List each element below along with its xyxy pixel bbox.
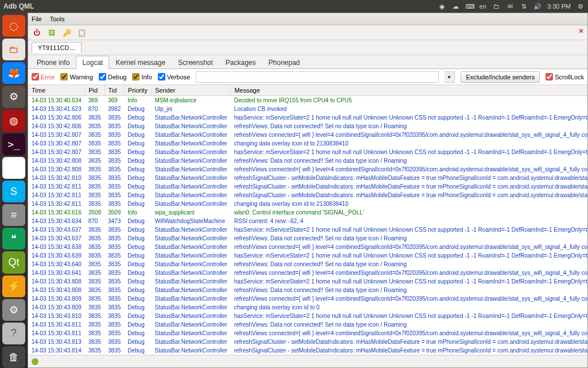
tab-kernel[interactable]: Kernel message (109, 56, 172, 69)
volume-tray-icon[interactable]: 🔊 (533, 3, 541, 10)
system-topbar: Adb QML ◉ ☁ ⌨ en 🗀 ✉ ⇅ 🔊 3:30 PM ⚙ (0, 0, 588, 13)
table-row[interactable]: 14-03 15:30:43.64038353835DebugStatusBar… (28, 260, 587, 269)
chrome-icon[interactable]: ◕ (2, 157, 25, 179)
table-row[interactable]: 14-03 15:30:41.6238703982DebugUlp_jniLoc… (28, 105, 587, 113)
settings-icon[interactable]: ⚙ (2, 86, 25, 108)
table-row[interactable]: 14-03 15:30:43.80938353835DebugStatusBar… (28, 294, 587, 303)
table-row[interactable]: 14-03 15:30:43.61635093509Infowpa_suppli… (28, 208, 587, 217)
system-tray: ◉ ☁ ⌨ en 🗀 ✉ ⇅ 🔊 3:30 PM ⚙ (438, 3, 585, 10)
tb-image-icon[interactable]: 🖼 (47, 28, 57, 38)
table-row[interactable]: 14-03 15:30:43.63838353835DebugStatusBar… (28, 243, 587, 251)
close-icon[interactable]: ✕ (578, 27, 584, 35)
table-row[interactable]: 14-03 15:30:42.80738353835DebugStatusBar… (28, 131, 587, 139)
filter-bar: Error Warning Debug Info Verbose ▾ Exclu… (28, 69, 587, 85)
chk-debug[interactable]: Debug (99, 73, 126, 80)
keyboard-tray-icon[interactable]: ⌨ (466, 3, 474, 10)
gear-tray-icon[interactable]: ⚙ (577, 3, 585, 10)
tb-copy-icon[interactable]: 📋 (76, 28, 87, 38)
tab-phonepad[interactable]: Phonepad (262, 56, 307, 69)
table-row[interactable]: 14-03 15:30:42.80738353835DebugStatusBar… (28, 148, 587, 156)
chk-error[interactable]: Error (32, 73, 55, 80)
folder-tray-icon[interactable]: 🗀 (492, 3, 500, 10)
col-message[interactable]: Message (231, 85, 587, 96)
tab-logcat[interactable]: Logcat (76, 56, 109, 69)
device-tab[interactable]: YT9111CD… (32, 42, 82, 53)
table-row[interactable]: 14-03 15:30:42.80738353835DebugStatusBar… (28, 139, 587, 148)
chk-info[interactable]: Info (132, 73, 152, 80)
table-row[interactable]: 14-03 15:30:43.81138353835DebugStatusBar… (28, 320, 587, 329)
col-sender[interactable]: Sender (151, 85, 230, 96)
app-grey-icon[interactable]: ⚙ (2, 299, 25, 321)
table-row[interactable]: 14-03 15:30:43.63738353835DebugStatusBar… (28, 225, 587, 234)
help-icon[interactable]: ? (2, 323, 25, 344)
files-icon[interactable]: 🗀 (2, 39, 25, 60)
table-row[interactable]: 14-03 15:30:43.80838353835DebugStatusBar… (28, 277, 587, 286)
table-row[interactable]: 14-03 15:30:43.81338353835DebugStatusBar… (28, 338, 587, 346)
mail-tray-icon[interactable]: ✉ (506, 3, 514, 10)
tab-packages[interactable]: Packages (219, 56, 262, 69)
chk-verbose[interactable]: Verbose (158, 73, 190, 80)
table-row[interactable]: 14-03 15:30:40.634369369InfoMSM-irqbalan… (28, 96, 587, 105)
chrome-tray-icon[interactable]: ◉ (438, 3, 446, 10)
unity-launcher: ◌ 🗀 🦊 ⚙ ◍ >_ ◕ S ≡ ❝ Qt ⚡ ⚙ ? 🗑 (0, 13, 28, 368)
table-row[interactable]: 14-03 15:30:43.64138353835DebugStatusBar… (28, 269, 587, 277)
skype-icon[interactable]: S (2, 181, 25, 202)
table-row[interactable]: 14-03 15:30:42.80638353835DebugStatusBar… (28, 122, 587, 131)
database-icon[interactable]: ≡ (2, 204, 25, 226)
status-dot-icon (32, 358, 38, 365)
trash-icon[interactable]: 🗑 (2, 346, 25, 368)
tb-stop-icon[interactable]: ⏻ (32, 28, 42, 38)
menu-file[interactable]: File (32, 16, 42, 22)
tb-key-icon[interactable]: 🔑 (61, 28, 72, 38)
clock[interactable]: 3:30 PM (547, 3, 571, 10)
network-tray-icon[interactable]: ⇅ (520, 3, 528, 10)
statusbar (28, 355, 587, 367)
window-title: Adb QML (3, 2, 34, 10)
qtcreator-icon[interactable]: Qt (2, 251, 25, 273)
app-red-icon[interactable]: ◍ (2, 110, 25, 132)
col-pid[interactable]: Pid (85, 85, 105, 96)
table-row[interactable]: 14-03 15:30:43.6348703473DebugWifiWatchd… (28, 217, 587, 225)
table-row[interactable]: 14-03 15:30:42.81138353835DebugStatusBar… (28, 200, 587, 208)
filter-input[interactable] (196, 71, 439, 83)
table-row[interactable]: 14-03 15:30:43.81438353835DebugStatusBar… (28, 346, 587, 355)
log-table: Time Pid Tid Priority Sender Message 14-… (28, 85, 587, 355)
table-row[interactable]: 14-03 15:30:43.63738353835DebugStatusBar… (28, 234, 587, 243)
menubar: File Tools (28, 13, 587, 25)
table-row[interactable]: 14-03 15:30:43.80838353835DebugStatusBar… (28, 286, 587, 294)
tab-phone-info[interactable]: Phone info (30, 56, 76, 69)
col-tid[interactable]: Tid (105, 85, 124, 96)
hangouts-icon[interactable]: ❝ (2, 228, 25, 250)
table-row[interactable]: 14-03 15:30:42.81038353835DebugStatusBar… (28, 174, 587, 182)
table-row[interactable]: 14-03 15:30:43.63938353835DebugStatusBar… (28, 251, 587, 260)
filter-dropdown[interactable]: ▾ (444, 71, 455, 83)
col-time[interactable]: Time (28, 85, 85, 96)
app-orange-icon[interactable]: ⚡ (2, 275, 25, 297)
toolbar: ⏻ 🖼 🔑 📋 ✕ (28, 25, 587, 40)
terminal-icon[interactable]: >_ (2, 133, 25, 155)
device-tabbar: YT9111CD… (28, 40, 587, 55)
table-row[interactable]: 14-03 15:30:42.81138353835DebugStatusBar… (28, 182, 587, 191)
log-table-wrap[interactable]: Time Pid Tid Priority Sender Message 14-… (28, 85, 587, 355)
lang-indicator[interactable]: en (479, 3, 486, 10)
table-row[interactable]: 14-03 15:30:42.80838353835DebugStatusBar… (28, 156, 587, 165)
dropbox-tray-icon[interactable]: ☁ (452, 3, 460, 10)
tab-screenshot[interactable]: Screenshot (172, 56, 219, 69)
table-row[interactable]: 14-03 15:30:42.80638353835DebugStatusBar… (28, 113, 587, 122)
table-row[interactable]: 14-03 15:30:42.81138353835DebugStatusBar… (28, 191, 587, 200)
exclude-include-button[interactable]: Exclude/Include senders (461, 71, 540, 83)
app-window: File Tools ⏻ 🖼 🔑 📋 ✕ YT9111CD… Phone inf… (28, 13, 588, 368)
menu-tools[interactable]: Tools (50, 16, 65, 22)
table-row[interactable]: 14-03 15:30:43.81038353835DebugStatusBar… (28, 312, 587, 320)
chk-scrolllock[interactable]: ScrollLock (546, 73, 584, 80)
main-tabs: Phone info Logcat Kernel message Screens… (28, 55, 587, 69)
table-row[interactable]: 14-03 15:30:43.81138353835DebugStatusBar… (28, 329, 587, 338)
col-priority[interactable]: Priority (124, 85, 151, 96)
table-row[interactable]: 14-03 15:30:42.80838353835DebugStatusBar… (28, 165, 587, 174)
chk-warning[interactable]: Warning (60, 73, 93, 80)
firefox-icon[interactable]: 🦊 (2, 62, 25, 84)
table-row[interactable]: 14-03 15:30:43.80938353835DebugStatusBar… (28, 303, 587, 312)
dash-icon[interactable]: ◌ (2, 15, 25, 37)
